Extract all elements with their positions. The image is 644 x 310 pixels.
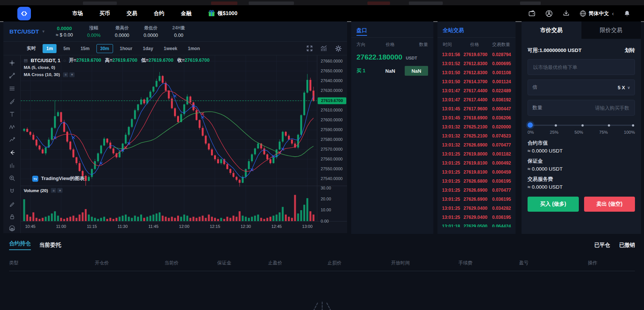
closed-positions-link[interactable]: 已平仓 xyxy=(594,242,610,249)
fullscreen-icon[interactable] xyxy=(306,45,313,52)
slider-dot-25[interactable] xyxy=(555,124,557,127)
volume-settings-icon[interactable]: ≡ xyxy=(51,188,56,193)
svg-text:27600.0000: 27600.0000 xyxy=(321,118,343,122)
symbol-selector[interactable]: BTC/USDT ▼ xyxy=(9,28,45,35)
menu-item-2[interactable]: 买币 xyxy=(99,10,110,17)
quantity-input[interactable] xyxy=(542,105,630,111)
svg-text:20.00: 20.00 xyxy=(321,197,331,201)
slider-dot-75[interactable] xyxy=(608,124,610,127)
slider-thumb[interactable] xyxy=(528,122,533,128)
trade-amount: 0.036195 xyxy=(489,179,511,184)
slider-dot-100[interactable] xyxy=(632,124,634,127)
chart-section: BTC/USDT ▼ 0.0000 ≈ $ 0.00 涨幅0.00%最高价0.0… xyxy=(3,21,347,233)
ma-remove-icon[interactable]: × xyxy=(69,72,75,77)
order-stat-label: 保证金 xyxy=(528,158,635,165)
amount-slider[interactable] xyxy=(528,122,634,128)
collapse-arrow-icon[interactable] xyxy=(8,149,16,156)
orderbook-last-price: 27622.180000 USDT xyxy=(351,50,433,62)
menu-item-4[interactable]: 合约 xyxy=(154,10,164,17)
slider-label: 50% xyxy=(575,130,583,134)
symbol-stat: 最低价0.0000 xyxy=(144,25,158,38)
trade-price: 27626.6800 xyxy=(462,179,489,184)
download-icon[interactable] xyxy=(563,10,570,17)
brush-icon[interactable] xyxy=(8,98,16,105)
cancelled-orders-link[interactable]: 已撤销 xyxy=(619,242,635,249)
tradingview-attribution[interactable]: TV TradingView的图表 xyxy=(32,175,84,182)
trades-title[interactable]: 全站交易 xyxy=(443,27,464,33)
lock-icon[interactable] xyxy=(8,213,16,220)
interval-chip-1hour[interactable]: 1hour xyxy=(116,44,136,53)
trades-header: 交易数量 xyxy=(487,41,510,48)
interval-toolbar: 实时1m5m15m30m1hour1day1week1mon xyxy=(3,42,347,55)
trade-price: 27629.0400 xyxy=(462,215,489,220)
interval-chip-1mon[interactable]: 1mon xyxy=(184,44,203,53)
trade-amount: 0.028794 xyxy=(489,52,511,57)
tab-market-order[interactable]: 市价交易 xyxy=(522,21,581,39)
language-selector[interactable]: 简体中文 ‹ xyxy=(580,10,614,17)
wallet-icon[interactable] xyxy=(528,10,535,17)
orderbook-title[interactable]: 盘口 xyxy=(356,27,367,36)
settings-gear-icon[interactable] xyxy=(335,45,342,52)
promo-button[interactable]: 领$1000 xyxy=(208,10,237,17)
interval-chip-1week[interactable]: 1week xyxy=(160,44,181,53)
stat-value: 0.0000 xyxy=(144,33,158,38)
interval-chip-1m[interactable]: 1m xyxy=(43,44,57,53)
magnet-icon[interactable] xyxy=(8,188,16,195)
leverage-label: 倍 xyxy=(532,84,537,91)
svg-text:27630.0000: 27630.0000 xyxy=(321,88,343,93)
user-icon[interactable] xyxy=(545,10,553,17)
chart-widget: 实时1m5m15m30m1hour1day1week1mon xyxy=(3,42,347,233)
svg-text:0.00: 0.00 xyxy=(321,219,329,223)
slider-dot-50[interactable] xyxy=(581,124,584,127)
trade-row: 13:01:5027614.37000.001124 xyxy=(437,77,516,86)
sell-short-button[interactable]: 卖出 (做空) xyxy=(584,197,635,212)
volume-remove-icon[interactable]: × xyxy=(57,188,63,193)
trade-amount: 0.036195 xyxy=(489,215,511,220)
trade-time: 13:01:47 xyxy=(442,97,462,102)
candlestick-chart[interactable]: 27660.000027650.000027640.000027630.0000… xyxy=(21,55,347,233)
interval-chip-30m[interactable]: 30m xyxy=(96,44,113,53)
tab-open-orders[interactable]: 当前委托 xyxy=(39,241,61,249)
fib-channel-icon[interactable] xyxy=(8,85,16,92)
buy-long-button[interactable]: 买入 (做多) xyxy=(528,197,579,212)
orderbook-row[interactable]: 买 1 NaN NaN xyxy=(351,62,433,79)
trade-row: 13:01:3227625.21000.074523 xyxy=(437,131,516,140)
ma-settings-icon[interactable]: ≡ xyxy=(63,72,68,77)
price-input[interactable] xyxy=(532,64,630,70)
transfer-link[interactable]: 划转 xyxy=(625,47,635,54)
tab-positions[interactable]: 合约持仓 xyxy=(9,240,31,250)
bars-pattern-icon[interactable] xyxy=(8,162,16,169)
positions-header: 止盈价 xyxy=(249,260,301,266)
price-input-wrap xyxy=(528,59,635,75)
interval-chip-5m[interactable]: 5m xyxy=(60,44,73,53)
positions-header: 开仓价 xyxy=(60,260,143,266)
trade-time: 13:01:47 xyxy=(442,88,462,93)
leverage-select[interactable]: 倍 5 X∨ xyxy=(528,79,635,95)
trade-price: 27619.8100 xyxy=(462,170,489,175)
indicators-icon[interactable] xyxy=(320,45,327,52)
svg-text:27619.6700: 27619.6700 xyxy=(321,98,343,103)
interval-chip-实时[interactable]: 实时 xyxy=(23,43,40,53)
xabcd-pattern-icon[interactable] xyxy=(8,123,16,130)
bell-icon[interactable] xyxy=(624,10,630,17)
divider xyxy=(9,271,635,271)
text-tool-icon[interactable] xyxy=(8,110,16,118)
interval-chip-15m[interactable]: 15m xyxy=(77,44,93,53)
interval-chip-1day[interactable]: 1day xyxy=(139,44,157,53)
positions-header: 操作 xyxy=(550,260,635,266)
pencil-icon[interactable] xyxy=(8,200,16,208)
trade-amount: 0.001108 xyxy=(489,70,511,75)
trade-row: 13:01:5227612.83000.000695 xyxy=(437,59,516,68)
menu-item-3[interactable]: 交易 xyxy=(127,10,137,17)
menu-item-5[interactable]: 金融 xyxy=(181,10,191,17)
menu-item-1[interactable]: 市场 xyxy=(72,10,83,17)
trade-price: 27626.6900 xyxy=(462,197,489,202)
zoom-in-icon[interactable] xyxy=(8,175,16,182)
scroll-down-icon[interactable] xyxy=(8,224,16,232)
positions-header: 类型 xyxy=(9,260,60,266)
tab-limit-order[interactable]: 限价交易 xyxy=(581,21,641,39)
app-logo[interactable] xyxy=(17,7,31,20)
crosshair-icon[interactable] xyxy=(8,59,16,66)
forecast-icon[interactable] xyxy=(8,136,16,143)
trendline-icon[interactable] xyxy=(8,72,16,79)
